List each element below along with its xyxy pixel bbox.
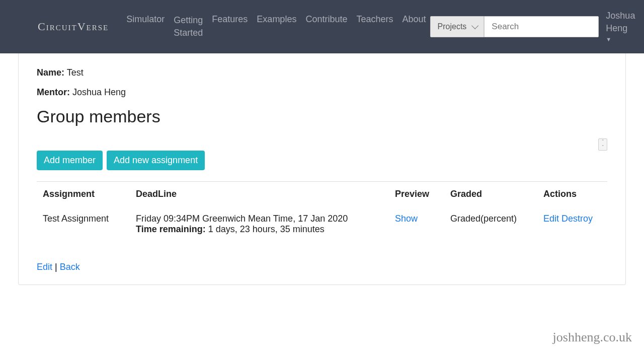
caret-down-icon: ▼: [606, 36, 635, 43]
search-input[interactable]: [484, 16, 599, 37]
deadline-date: Friday 09:34PM Greenwich Mean Time, 17 J…: [136, 214, 348, 224]
th-deadline: DeadLine: [130, 182, 389, 207]
group-name-line: Name: Test: [37, 67, 607, 78]
group-name-value: Test: [67, 67, 84, 78]
separator: |: [52, 262, 60, 272]
add-member-button[interactable]: Add member: [37, 151, 103, 170]
nav-getting-started[interactable]: Getting Started: [174, 14, 203, 39]
nav-getting-started-line2: Started: [174, 27, 203, 39]
user-menu[interactable]: Joshua Heng ▼: [606, 10, 635, 44]
add-assignment-button[interactable]: Add new assignment: [107, 151, 205, 170]
cell-actions: Edit Destroy: [537, 206, 607, 242]
spinner-down-icon[interactable]: ˅: [599, 145, 607, 150]
search-scope-label: Projects: [438, 22, 467, 31]
number-spinner[interactable]: ˄ ˅: [598, 138, 607, 151]
user-name-line2: Heng: [606, 23, 627, 33]
nav-about[interactable]: About: [403, 14, 426, 25]
th-assignment: Assignment: [37, 182, 130, 207]
nav-contribute[interactable]: Contribute: [305, 14, 347, 25]
search-group: Projects: [430, 16, 599, 37]
time-remaining-value: 1 days, 23 hours, 35 minutes: [208, 224, 325, 234]
th-preview: Preview: [389, 182, 444, 207]
spinner-up-icon[interactable]: ˄: [599, 139, 607, 145]
destroy-assignment-link[interactable]: Destroy: [561, 214, 593, 224]
group-members-heading: Group members: [37, 107, 607, 126]
group-panel: Name: Test Mentor: Joshua Heng Group mem…: [18, 53, 626, 285]
time-remaining-label: Time remaining:: [136, 224, 206, 234]
show-link[interactable]: Show: [395, 214, 418, 224]
group-name-label: Name:: [37, 67, 64, 78]
nav-getting-started-line1: Getting: [174, 14, 203, 27]
th-graded: Graded: [444, 182, 537, 207]
nav-links: Simulator Getting Started Features Examp…: [126, 14, 426, 39]
group-mentor-line: Mentor: Joshua Heng: [37, 87, 607, 98]
bottom-links: Edit | Back: [37, 262, 607, 272]
cell-assignment-name: Test Assignment: [37, 206, 130, 242]
action-buttons: Add member Add new assignment: [37, 151, 607, 170]
edit-assignment-link[interactable]: Edit: [543, 214, 559, 224]
navbar: CircuitVerse Simulator Getting Started F…: [0, 0, 644, 53]
cell-preview: Show: [389, 206, 444, 242]
watermark: joshheng.co.uk: [553, 330, 632, 345]
user-name-line1: Joshua: [606, 11, 635, 21]
cell-graded: Graded(percent): [444, 206, 537, 242]
nav-examples[interactable]: Examples: [257, 14, 296, 25]
assignments-table: Assignment DeadLine Preview Graded Actio…: [37, 181, 607, 242]
search-scope-dropdown[interactable]: Projects: [430, 16, 485, 37]
group-mentor-value: Joshua Heng: [72, 87, 126, 97]
back-link[interactable]: Back: [60, 262, 80, 272]
edit-group-link[interactable]: Edit: [37, 262, 52, 272]
chevron-down-icon: [471, 22, 478, 29]
nav-features[interactable]: Features: [212, 14, 248, 25]
brand-logo[interactable]: CircuitVerse: [38, 20, 109, 33]
table-row: Test Assignment Friday 09:34PM Greenwich…: [37, 206, 607, 242]
group-mentor-label: Mentor:: [37, 87, 70, 97]
nav-simulator[interactable]: Simulator: [126, 14, 165, 25]
th-actions: Actions: [537, 182, 607, 207]
cell-deadline: Friday 09:34PM Greenwich Mean Time, 17 J…: [130, 206, 389, 242]
nav-teachers[interactable]: Teachers: [356, 14, 393, 25]
table-header-row: Assignment DeadLine Preview Graded Actio…: [37, 182, 607, 207]
